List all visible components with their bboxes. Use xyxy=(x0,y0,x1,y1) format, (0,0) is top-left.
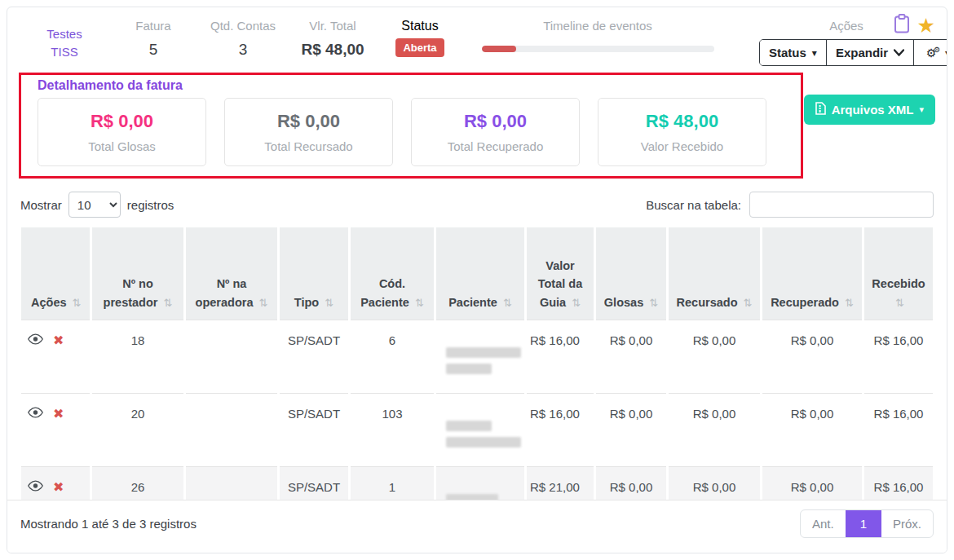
table-row: ✖ 20 SP/SADT 103 R$ 16,00 R$ 0,00 R$ 0,0… xyxy=(21,393,933,466)
stat-vlr-total-value: R$ 48,00 xyxy=(288,41,378,59)
arquivos-xml-label: Arquivos XML xyxy=(832,103,914,117)
view-guide-icon[interactable] xyxy=(28,407,43,421)
expandir-button[interactable]: Expandir xyxy=(827,40,914,65)
settings-dropdown-button[interactable]: ⚙⚙ ▾ xyxy=(914,40,947,65)
cell-recebido: R$ 16,00 xyxy=(864,320,933,393)
col-acoes[interactable]: Ações ⇅ xyxy=(21,227,90,320)
file-zip-icon xyxy=(815,102,826,117)
clipboard-icon[interactable] xyxy=(893,14,911,37)
timeline-section: Timeline de eventos xyxy=(475,19,720,52)
detalhamento-section: Detalhamento da fatura R$ 0,00 Total Glo… xyxy=(19,73,803,179)
star-icon[interactable]: ★ xyxy=(917,15,935,36)
card-total-recuperado-value: R$ 0,00 xyxy=(464,111,527,132)
records-summary: Mostrando 1 até 3 de 3 registros xyxy=(20,517,197,531)
caret-down-icon: ▾ xyxy=(812,47,817,59)
cell-recursado: R$ 0,00 xyxy=(669,320,760,393)
col-recuperado[interactable]: Recuperado ⇅ xyxy=(762,227,862,320)
caret-down-icon: ▾ xyxy=(945,47,947,59)
col-n-prestador[interactable]: Nº no prestador ⇅ xyxy=(92,227,183,320)
pagination-prev[interactable]: Ant. xyxy=(801,510,846,537)
card-total-recursado: R$ 0,00 Total Recursado xyxy=(224,98,393,166)
patient-redacted xyxy=(446,421,520,448)
sort-icon: ⇅ xyxy=(895,297,904,309)
col-recebido[interactable]: Recebido ⇅ xyxy=(864,227,933,320)
table-row: ✖ 18 SP/SADT 6 R$ 16,00 R$ 0,00 R$ 0,00 … xyxy=(21,320,933,393)
delete-guide-icon[interactable]: ✖ xyxy=(53,334,64,347)
show-label: Mostrar xyxy=(20,198,62,212)
invoice-panel: Testes TISS Fatura 5 Qtd. Contas 3 Vlr. … xyxy=(7,7,947,553)
cell-valor-total: R$ 16,00 xyxy=(527,320,594,393)
detail-row: Detalhamento da fatura R$ 0,00 Total Glo… xyxy=(7,73,947,179)
search-input[interactable] xyxy=(749,192,934,218)
corner-icons: ★ xyxy=(893,14,935,37)
invoice-title-line2: TISS xyxy=(20,43,108,61)
cell-recuperado: R$ 0,00 xyxy=(762,320,862,393)
status-block: Status Aberta xyxy=(378,19,462,57)
pagination-page-1[interactable]: 1 xyxy=(846,510,881,537)
card-total-recursado-value: R$ 0,00 xyxy=(277,111,340,132)
cell-recursado: R$ 0,00 xyxy=(669,393,760,466)
search-label: Buscar na tabela: xyxy=(646,198,741,212)
pagination-next[interactable]: Próx. xyxy=(881,510,933,537)
sort-icon: ⇅ xyxy=(649,297,658,309)
cell-prestador: 20 xyxy=(92,393,183,466)
cell-glosas: R$ 0,00 xyxy=(596,393,666,466)
col-paciente[interactable]: Paciente ⇅ xyxy=(436,227,524,320)
cell-operadora xyxy=(186,393,277,466)
cell-glosas: R$ 0,00 xyxy=(596,320,666,393)
patient-redacted xyxy=(446,347,520,374)
cell-recebido: R$ 16,00 xyxy=(864,393,933,466)
sort-icon: ⇅ xyxy=(744,297,753,309)
stat-fatura-label: Fatura xyxy=(108,19,198,33)
sort-icon: ⇅ xyxy=(164,297,173,309)
page-size-select[interactable]: 10 xyxy=(68,192,121,218)
xml-area: Arquivos XML ▾ xyxy=(803,73,935,179)
table-footer: Mostrando 1 até 3 de 3 registros Ant. 1 … xyxy=(7,500,947,553)
status-dropdown-label: Status xyxy=(769,46,806,60)
invoice-title: Testes TISS xyxy=(20,19,108,61)
cell-cod-paciente: 6 xyxy=(351,320,434,393)
invoice-title-line1: Testes xyxy=(20,25,108,43)
summary-cards: R$ 0,00 Total Glosas R$ 0,00 Total Recur… xyxy=(38,98,793,166)
status-dropdown-button[interactable]: Status ▾ xyxy=(760,40,827,65)
stat-qtd-contas: Qtd. Contas 3 xyxy=(198,19,288,59)
view-guide-icon[interactable] xyxy=(28,333,43,347)
delete-guide-icon[interactable]: ✖ xyxy=(53,481,64,494)
sort-icon: ⇅ xyxy=(259,297,268,309)
stat-qtd-contas-value: 3 xyxy=(198,41,288,59)
caret-down-icon: ▾ xyxy=(919,104,924,115)
chevron-down-icon xyxy=(894,49,904,56)
card-total-recuperado: R$ 0,00 Total Recuperado xyxy=(411,98,580,166)
col-n-operadora[interactable]: Nº na operadora ⇅ xyxy=(186,227,277,320)
gears-icon: ⚙⚙ xyxy=(923,46,939,60)
cell-tipo: SP/SADT xyxy=(280,320,348,393)
sort-icon: ⇅ xyxy=(572,297,581,309)
cell-cod-paciente: 103 xyxy=(351,393,434,466)
cell-tipo: SP/SADT xyxy=(280,393,348,466)
pagination: Ant. 1 Próx. xyxy=(800,509,934,538)
view-guide-icon[interactable] xyxy=(28,480,43,494)
stat-qtd-contas-label: Qtd. Contas xyxy=(198,19,288,33)
table-controls: Mostrar 10 registros Buscar na tabela: xyxy=(7,179,947,227)
stat-fatura: Fatura 5 xyxy=(108,19,198,59)
stat-vlr-total-label: Vlr. Total xyxy=(288,19,378,33)
arquivos-xml-button[interactable]: Arquivos XML ▾ xyxy=(804,95,935,125)
cell-recuperado: R$ 0,00 xyxy=(762,393,862,466)
col-cod-paciente[interactable]: Cód. Paciente ⇅ xyxy=(351,227,434,320)
table-header-row: Ações ⇅ Nº no prestador ⇅ Nº na operador… xyxy=(21,227,933,320)
card-total-recursado-label: Total Recursado xyxy=(264,139,352,153)
col-glosas[interactable]: Glosas ⇅ xyxy=(596,227,666,320)
col-tipo[interactable]: Tipo ⇅ xyxy=(280,227,348,320)
detalhamento-title: Detalhamento da fatura xyxy=(38,78,793,93)
sort-icon: ⇅ xyxy=(415,297,424,309)
sort-icon: ⇅ xyxy=(845,297,854,309)
status-badge: Aberta xyxy=(395,38,444,57)
col-recursado[interactable]: Recursado ⇅ xyxy=(669,227,760,320)
delete-guide-icon[interactable]: ✖ xyxy=(53,408,64,421)
sort-icon: ⇅ xyxy=(503,297,512,309)
card-total-glosas-value: R$ 0,00 xyxy=(91,111,153,132)
col-valor-total-guia[interactable]: Valor Total da Guia ⇅ xyxy=(527,227,594,320)
status-label: Status xyxy=(378,19,462,33)
card-total-recuperado-label: Total Recuperado xyxy=(448,139,544,153)
expandir-label: Expandir xyxy=(836,46,888,60)
